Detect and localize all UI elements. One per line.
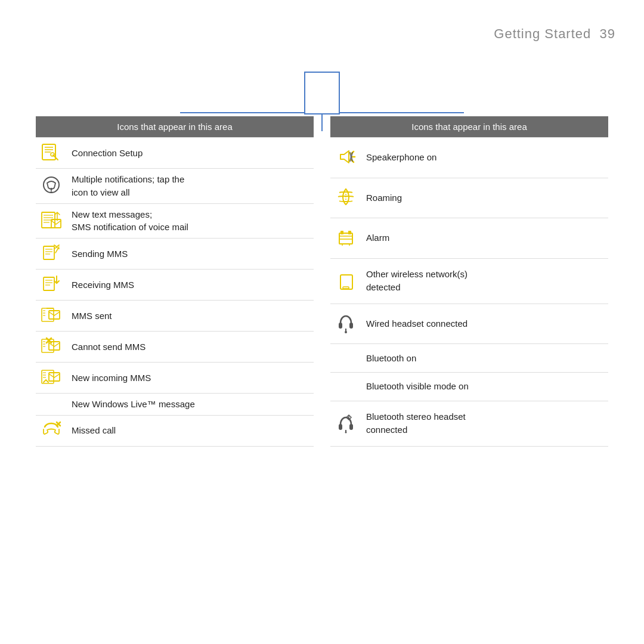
left-table: Icons that appear in this area Connectio… — [36, 116, 314, 447]
table-row: MMS sent — [36, 301, 314, 332]
table-row: New text messages;SMS notification of vo… — [36, 203, 314, 239]
roaming-icon — [330, 178, 361, 218]
left-table-header: Icons that appear in this area — [36, 116, 314, 138]
diagram-box — [304, 72, 340, 114]
speakerphone-icon — [330, 138, 361, 178]
table-row: Receiving MMS — [36, 270, 314, 301]
tables-container: Icons that appear in this area Connectio… — [36, 116, 608, 447]
svg-point-64 — [345, 431, 347, 433]
mms-sent-icon — [36, 301, 67, 332]
svg-rect-58 — [349, 323, 353, 329]
svg-rect-18 — [44, 277, 54, 290]
bluetooth-visible-icon — [330, 372, 361, 401]
page-number: Getting Started 39 — [494, 26, 615, 42]
bluetooth-stereo-label: Bluetooth stereo headsetconnected — [361, 401, 608, 446]
svg-rect-56 — [343, 287, 349, 289]
table-row: New incoming MMS — [36, 363, 314, 394]
table-row: Other wireless network(s)detected — [330, 258, 608, 304]
table-row: Speakerphone on — [330, 138, 608, 178]
cannot-send-mms-label: Cannot send MMS — [67, 332, 314, 363]
new-text-messages-icon — [36, 203, 67, 239]
table-row: Missed call — [36, 415, 314, 446]
svg-rect-61 — [339, 424, 342, 430]
table-row: Bluetooth on — [330, 344, 608, 373]
svg-rect-57 — [339, 323, 342, 329]
new-windows-live-icon — [36, 394, 67, 416]
svg-rect-48 — [339, 233, 352, 244]
table-row: Wired headset connected — [330, 304, 608, 344]
table-row: New Windows Live™ message — [36, 394, 314, 416]
bluetooth-visible-label: Bluetooth visible mode on — [361, 372, 608, 401]
table-row: Sending MMS — [36, 239, 314, 270]
svg-rect-52 — [348, 231, 351, 234]
sending-mms-label: Sending MMS — [67, 239, 314, 270]
table-row: Connection Setup — [36, 138, 314, 169]
svg-rect-14 — [44, 246, 54, 259]
diagram-area — [0, 43, 644, 114]
svg-rect-13 — [51, 219, 61, 228]
svg-rect-62 — [349, 424, 353, 430]
svg-rect-26 — [49, 311, 60, 319]
speakerphone-label: Speakerphone on — [361, 138, 608, 178]
new-incoming-mms-label: New incoming MMS — [67, 363, 314, 394]
receiving-mms-label: Receiving MMS — [67, 270, 314, 301]
wired-headset-label: Wired headset connected — [361, 304, 608, 344]
new-incoming-mms-icon — [36, 363, 67, 394]
missed-call-label: Missed call — [67, 415, 314, 446]
bluetooth-on-icon — [330, 344, 361, 373]
diagram-line-right — [339, 112, 464, 113]
new-text-messages-label: New text messages;SMS notification of vo… — [67, 203, 314, 239]
right-table: Icons that appear in this area Speakerph… — [330, 116, 608, 447]
roaming-label: Roaming — [361, 178, 608, 218]
right-table-header: Icons that appear in this area — [330, 116, 608, 138]
sending-mms-icon — [36, 239, 67, 270]
mms-sent-label: MMS sent — [67, 301, 314, 332]
svg-point-4 — [51, 153, 54, 156]
svg-point-7 — [51, 191, 52, 193]
table-row: Alarm — [330, 218, 608, 259]
table-row: Cannot send MMS — [36, 332, 314, 363]
multiple-notifications-label: Multiple notifications; tap theicon to v… — [67, 169, 314, 204]
new-windows-live-label: New Windows Live™ message — [67, 394, 314, 416]
receiving-mms-icon — [36, 270, 67, 301]
missed-call-icon — [36, 415, 67, 446]
svg-rect-35 — [49, 373, 60, 381]
table-row: Multiple notifications; tap theicon to v… — [36, 169, 314, 204]
bluetooth-stereo-icon — [330, 401, 361, 446]
wired-headset-icon — [330, 304, 361, 344]
cannot-send-mms-icon — [36, 332, 67, 363]
other-wireless-label: Other wireless network(s)detected — [361, 258, 608, 304]
alarm-label: Alarm — [361, 218, 608, 259]
multiple-notifications-icon — [36, 169, 67, 204]
svg-point-60 — [345, 331, 347, 333]
connection-setup-label: Connection Setup — [67, 138, 314, 169]
table-row: Roaming — [330, 178, 608, 218]
other-wireless-icon — [330, 258, 361, 304]
table-row: Bluetooth visible mode on — [330, 372, 608, 401]
connection-setup-icon — [36, 138, 67, 169]
svg-rect-51 — [340, 231, 343, 234]
alarm-icon — [330, 218, 361, 259]
bluetooth-on-label: Bluetooth on — [361, 344, 608, 373]
table-row: Bluetooth stereo headsetconnected — [330, 401, 608, 446]
diagram-line-left — [180, 112, 305, 113]
